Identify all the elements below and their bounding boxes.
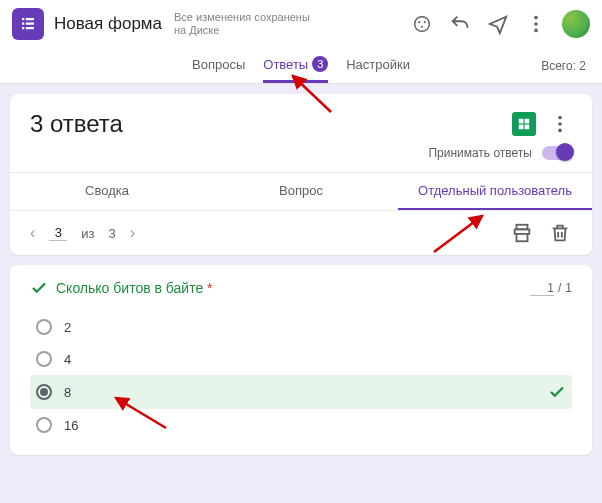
svg-point-7: [418, 21, 420, 23]
tab-questions[interactable]: Вопросы: [192, 48, 245, 83]
responses-subtabs: Сводка Вопрос Отдельный пользователь: [10, 172, 592, 210]
pager-row: ‹ из 3 ›: [10, 210, 592, 255]
save-status: Все изменения сохранены на Диске: [174, 11, 310, 37]
responses-card: 3 ответа Принимать ответы Сводка Вопрос …: [10, 94, 592, 255]
svg-point-6: [415, 17, 430, 32]
question-text: Сколько битов в байте *: [56, 280, 213, 296]
option-label: 4: [64, 352, 71, 367]
svg-rect-4: [22, 27, 24, 29]
tab-responses[interactable]: Ответы 3: [263, 48, 328, 83]
option-label: 8: [64, 385, 71, 400]
radio-icon: [36, 417, 52, 433]
svg-point-9: [421, 26, 423, 28]
options-list: 2 4 8 16: [30, 311, 572, 441]
option-row: 16: [30, 409, 572, 441]
svg-rect-14: [525, 119, 530, 124]
accepting-responses-label: Принимать ответы: [428, 146, 532, 160]
score-earned-input[interactable]: [530, 281, 554, 296]
link-to-sheets-button[interactable]: [512, 112, 536, 136]
svg-point-19: [558, 129, 562, 133]
radio-checked-icon: [36, 384, 52, 400]
document-title[interactable]: Новая форма: [54, 14, 162, 34]
svg-rect-16: [525, 125, 530, 130]
send-icon[interactable]: [486, 12, 510, 36]
svg-rect-15: [519, 125, 524, 130]
current-response-input[interactable]: [49, 225, 67, 241]
pager-total: 3: [109, 226, 116, 241]
svg-point-12: [534, 29, 538, 33]
print-icon[interactable]: [510, 221, 534, 245]
responses-count-title: 3 ответа: [30, 110, 512, 138]
subtab-summary[interactable]: Сводка: [10, 173, 204, 210]
next-response-button[interactable]: ›: [130, 224, 135, 242]
svg-rect-21: [517, 234, 528, 241]
svg-rect-1: [26, 18, 34, 20]
tab-settings[interactable]: Настройки: [346, 48, 410, 83]
question-card: Сколько битов в байте * / 1 2 4 8 16: [10, 265, 592, 455]
subtab-individual[interactable]: Отдельный пользователь: [398, 173, 592, 210]
theme-icon[interactable]: [410, 12, 434, 36]
accepting-responses-row: Принимать ответы: [10, 146, 592, 172]
option-row: 4: [30, 343, 572, 375]
total-counter: Всего: 2: [541, 59, 586, 73]
svg-rect-13: [519, 119, 524, 124]
option-label: 2: [64, 320, 71, 335]
prev-response-button[interactable]: ‹: [30, 224, 35, 242]
forms-logo-icon: [12, 8, 44, 40]
score: / 1: [530, 281, 572, 296]
responses-more-icon[interactable]: [548, 112, 572, 136]
option-row-selected: 8: [30, 375, 572, 409]
delete-icon[interactable]: [548, 221, 572, 245]
radio-icon: [36, 319, 52, 335]
subtab-question[interactable]: Вопрос: [204, 173, 398, 210]
svg-point-17: [558, 116, 562, 120]
app-header: Новая форма Все изменения сохранены на Д…: [0, 0, 602, 48]
pager-of-label: из: [81, 226, 94, 241]
radio-icon: [36, 351, 52, 367]
avatar[interactable]: [562, 10, 590, 38]
required-asterisk: *: [207, 280, 212, 296]
svg-point-11: [534, 22, 538, 26]
svg-rect-5: [26, 27, 34, 29]
undo-icon[interactable]: [448, 12, 472, 36]
svg-point-10: [534, 16, 538, 20]
correct-check-icon: [30, 279, 48, 297]
main-tabs: Вопросы Ответы 3 Настройки Всего: 2: [0, 48, 602, 84]
accepting-responses-toggle[interactable]: [542, 146, 572, 160]
svg-rect-0: [22, 18, 24, 20]
option-row: 2: [30, 311, 572, 343]
svg-point-18: [558, 122, 562, 126]
svg-rect-2: [22, 23, 24, 25]
svg-rect-3: [26, 23, 34, 25]
more-icon[interactable]: [524, 12, 548, 36]
option-label: 16: [64, 418, 78, 433]
responses-badge: 3: [312, 56, 328, 72]
svg-point-8: [424, 21, 426, 23]
answer-correct-check-icon: [548, 383, 566, 401]
